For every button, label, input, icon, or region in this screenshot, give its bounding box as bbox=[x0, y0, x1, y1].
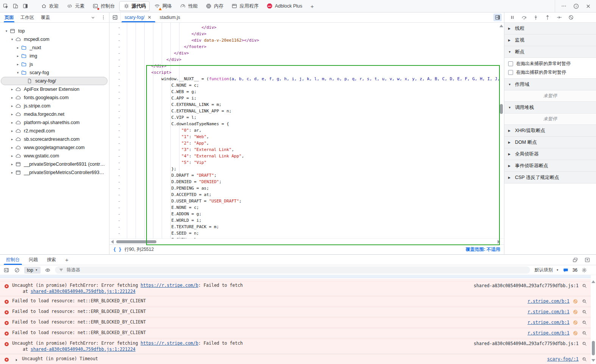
line-gutter-marker[interactable]: - bbox=[109, 224, 129, 230]
console-message[interactable]: Failed to load resource: net::ERR_BLOCKE… bbox=[0, 307, 591, 317]
section-expander-icon[interactable]: ▼ bbox=[508, 106, 512, 109]
code-line[interactable]: -C.APP = i; bbox=[109, 95, 504, 101]
code-line[interactable]: -C.EXTERNAL_LINK = m; bbox=[109, 101, 504, 108]
line-gutter-marker[interactable]: - bbox=[109, 211, 129, 217]
line-gutter-marker[interactable]: - bbox=[109, 134, 129, 140]
step-out-icon[interactable] bbox=[544, 14, 551, 21]
tree-item-img[interactable]: ▸img bbox=[0, 52, 109, 60]
kebab-menu-icon[interactable] bbox=[100, 14, 107, 21]
line-gutter-marker[interactable]: - bbox=[109, 76, 129, 82]
magnifier-icon[interactable] bbox=[581, 319, 588, 326]
console-message[interactable]: Uncaught (in promise) FetchError: Error … bbox=[0, 339, 591, 354]
code-line[interactable]: -</div> bbox=[109, 50, 504, 56]
section-expander-icon[interactable]: ▶ bbox=[508, 141, 512, 144]
tree-item-scary-fog-[interactable]: scary-fog/ bbox=[0, 77, 109, 85]
line-gutter-marker[interactable]: - bbox=[109, 95, 129, 101]
source-location[interactable]: r.stripe.com/b:1 bbox=[527, 298, 569, 304]
section-断点[interactable]: ▼断点 bbox=[504, 46, 596, 58]
code-line[interactable]: -C.VIP = l; bbox=[109, 114, 504, 121]
code-line[interactable]: -"2": "App", bbox=[109, 140, 504, 146]
stack-frame-link[interactable]: shared-a830c08540940…759dfbb.js:1:221224 bbox=[31, 289, 136, 294]
panel-tab-元素[interactable]: 元素 bbox=[63, 1, 88, 11]
tab-workspace[interactable]: 工作区 bbox=[20, 12, 34, 22]
step-over-icon[interactable] bbox=[521, 14, 527, 21]
code-line[interactable]: -E.TEXTURE_PACK = m; bbox=[109, 224, 504, 230]
line-gutter-marker[interactable]: - bbox=[109, 121, 129, 127]
line-gutter-marker[interactable]: - bbox=[109, 31, 129, 37]
line-gutter-marker[interactable]: - bbox=[109, 217, 129, 224]
line-gutter-marker[interactable]: - bbox=[109, 127, 129, 134]
code-line[interactable]: -C.downloadTypeNames = { bbox=[109, 121, 504, 127]
tree-expander-icon[interactable]: ▸ bbox=[15, 54, 20, 58]
tree-item-www-googletagmanager-com[interactable]: ▸www.googletagmanager.com bbox=[0, 143, 109, 152]
section-expander-icon[interactable]: ▶ bbox=[508, 27, 512, 30]
tree-expander-icon[interactable]: ▸ bbox=[9, 112, 15, 116]
stack-frame-link[interactable]: shared-a830c08540940…759dfbb.js:1:221224 bbox=[31, 347, 136, 352]
section-监视[interactable]: ▶监视 bbox=[504, 34, 596, 46]
tree-item-mcpedl-com[interactable]: ▾mcpedl.com bbox=[0, 35, 109, 44]
panel-tab-Adblock Plus[interactable]: ABPAdblock Plus bbox=[263, 1, 306, 11]
tree-item--nuxt[interactable]: ▸_nuxt bbox=[0, 44, 109, 52]
tab-issues[interactable]: 问题 bbox=[24, 255, 42, 265]
editor-horizontal-scrollbar[interactable] bbox=[109, 238, 504, 244]
panel-tab-性能[interactable]: 性能 bbox=[176, 1, 201, 11]
section-CSP 违反了规定断点[interactable]: ▶CSP 违反了规定断点 bbox=[504, 172, 596, 184]
section-expander-icon[interactable]: ▶ bbox=[508, 152, 512, 156]
magnifier-icon[interactable] bbox=[581, 340, 588, 347]
line-gutter-marker[interactable]: - bbox=[109, 140, 129, 146]
focus-mode-icon[interactable] bbox=[22, 3, 29, 9]
pause-checkbox-row[interactable]: 在抛出未捕获的异常时暂停 bbox=[504, 59, 596, 68]
code-line[interactable]: -<div data-v-20ee1162></div> bbox=[109, 37, 504, 44]
magnifier-icon[interactable] bbox=[581, 330, 588, 336]
tree-item-js-stripe-com[interactable]: ▸js.stripe.com bbox=[0, 102, 109, 110]
line-gutter-marker[interactable]: - bbox=[109, 82, 129, 89]
line-gutter-marker[interactable]: - bbox=[109, 108, 129, 114]
code-line[interactable]: -C.EXTERNAL_LINK_APP = n; bbox=[109, 108, 504, 114]
line-gutter-marker[interactable]: - bbox=[109, 159, 129, 166]
deactivate-breakpoints-icon[interactable] bbox=[568, 14, 574, 21]
editor-tab-stadium-js[interactable]: stadium.js bbox=[156, 12, 184, 22]
code-line[interactable]: -window.__NUXT__ = (function(a, b, c, d,… bbox=[109, 76, 504, 82]
dock-drawer-icon[interactable] bbox=[584, 257, 591, 263]
more-options-icon[interactable] bbox=[560, 3, 567, 9]
line-gutter-marker[interactable]: - bbox=[109, 50, 129, 56]
code-line[interactable]: -</div> bbox=[109, 31, 504, 37]
line-gutter-marker[interactable]: - bbox=[109, 114, 129, 121]
add-drawer-tab-icon[interactable]: + bbox=[61, 255, 73, 265]
code-line[interactable]: -C.WEB = g; bbox=[109, 89, 504, 95]
tree-expander-icon[interactable]: ▸ bbox=[9, 146, 15, 149]
blocked-icon[interactable] bbox=[572, 319, 579, 326]
code-line[interactable]: -D.DENIED = "DENIED"; bbox=[109, 179, 504, 185]
checkbox[interactable] bbox=[508, 61, 513, 66]
console-message[interactable]: Failed to load resource: net::ERR_BLOCKE… bbox=[0, 317, 591, 328]
clear-console-icon[interactable] bbox=[14, 267, 20, 274]
magnifier-icon[interactable] bbox=[581, 282, 588, 289]
section-线程[interactable]: ▶线程 bbox=[504, 23, 596, 34]
help-icon[interactable]: ? bbox=[573, 3, 579, 9]
chevron-down-icon[interactable] bbox=[89, 14, 96, 21]
section-事件侦听器断点[interactable]: ▶事件侦听器断点 bbox=[504, 160, 596, 172]
inspect-icon[interactable] bbox=[2, 3, 9, 9]
console-settings-gear-icon[interactable] bbox=[581, 267, 588, 274]
line-gutter-marker[interactable]: - bbox=[109, 101, 129, 108]
section-expander-icon[interactable]: ▶ bbox=[508, 129, 512, 132]
magnifier-icon[interactable] bbox=[581, 356, 588, 362]
code-line[interactable]: -D.ACCEPTED = at; bbox=[109, 191, 504, 198]
line-gutter-marker[interactable]: - bbox=[109, 179, 129, 185]
console-sidebar-icon[interactable] bbox=[3, 267, 10, 274]
section-expander-icon[interactable]: ▶ bbox=[508, 164, 512, 168]
step-icon[interactable] bbox=[556, 14, 563, 21]
undock-drawer-icon[interactable] bbox=[572, 257, 579, 263]
pretty-print-icon[interactable]: { } bbox=[113, 247, 122, 252]
source-location[interactable]: shared-a830c08540940…293afc7759dfbb.js:1 bbox=[474, 283, 579, 289]
code-line[interactable]: -"3": "External Link", bbox=[109, 146, 504, 153]
panel-tab-应用程序[interactable]: 应用程序 bbox=[228, 1, 262, 11]
close-icon[interactable] bbox=[585, 3, 591, 9]
magnifier-icon[interactable] bbox=[581, 298, 588, 305]
editor-vertical-scrollbar[interactable] bbox=[499, 24, 504, 238]
tree-expander-icon[interactable]: ▸ bbox=[9, 171, 15, 174]
tree-expander-icon[interactable]: ▸ bbox=[9, 137, 15, 141]
section-expander-icon[interactable]: ▶ bbox=[508, 39, 512, 42]
code-line[interactable]: -</div> bbox=[109, 56, 504, 63]
panel-tab-欢迎[interactable]: 欢迎 bbox=[37, 1, 62, 11]
